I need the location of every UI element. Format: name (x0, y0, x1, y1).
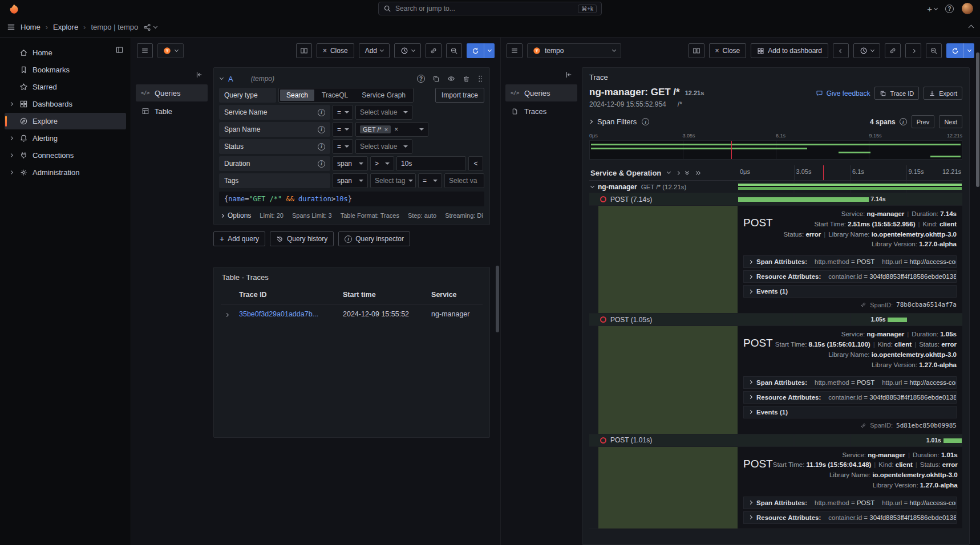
link-icon[interactable] (426, 43, 442, 58)
span-filters-toggle[interactable]: Span Filters i (589, 117, 649, 126)
share-shortlink-button[interactable] (143, 23, 157, 31)
run-options-caret[interactable] (484, 43, 495, 58)
delete-query-icon[interactable] (463, 75, 470, 83)
span-attributes-accordion[interactable]: Span Attributes: http.method = POST http… (743, 255, 957, 268)
info-icon[interactable]: i (318, 160, 325, 168)
status-op-select[interactable]: = (333, 139, 353, 154)
duration-op-select[interactable]: > (370, 156, 394, 171)
span-row[interactable]: POST (1.01s) 1.01s (589, 434, 962, 447)
collapse-span-icon[interactable] (591, 186, 594, 188)
span-bar[interactable] (738, 184, 962, 190)
resource-attributes-accordion[interactable]: Resource Attributes: container.id = 304f… (743, 270, 957, 283)
user-avatar[interactable] (962, 3, 973, 14)
col-service[interactable]: Service (427, 288, 483, 304)
info-icon[interactable]: i (900, 118, 907, 125)
info-icon[interactable]: i (318, 126, 325, 133)
run-options-caret[interactable] (963, 43, 974, 58)
split-icon[interactable] (689, 43, 704, 58)
span-bar[interactable] (738, 197, 869, 202)
clear-value-icon[interactable]: × (394, 125, 398, 133)
minimap-canvas[interactable] (589, 140, 962, 160)
collapse-outline-icon[interactable] (195, 71, 203, 79)
span-attributes-accordion[interactable]: Span Attributes: http.method = POST http… (743, 376, 957, 389)
collapse-outline-icon[interactable] (565, 71, 573, 79)
new-button[interactable]: + (927, 4, 937, 14)
span-name-chip[interactable]: GET /*× (360, 125, 391, 133)
grafana-logo[interactable] (7, 3, 18, 14)
expand-chevron-icon[interactable] (7, 171, 15, 174)
import-trace-button[interactable]: Import trace (435, 88, 484, 103)
breadcrumb-home[interactable]: Home (21, 23, 41, 31)
info-icon[interactable]: i (318, 143, 325, 151)
span-row[interactable]: POST (7.14s) 7.14s (589, 193, 962, 206)
col-start-time[interactable]: Start time (338, 288, 427, 304)
collapse-query-icon[interactable] (220, 78, 223, 79)
duration-value-input[interactable] (401, 160, 461, 168)
span-timeline[interactable]: 1.05s (738, 314, 962, 326)
expand-chevron-icon[interactable] (7, 137, 15, 140)
datasource-picker[interactable] (157, 43, 184, 58)
events-accordion[interactable]: Events (1) (743, 285, 957, 298)
query-history-button[interactable]: Query history (270, 231, 334, 246)
trace-minimap[interactable]: 0μs 3.05s 6.1s 9.15s 12.21s (589, 133, 962, 160)
span-row-root[interactable]: ng-manager GET /* (12.21s) (589, 181, 962, 193)
status-value-select[interactable]: Select value (355, 139, 412, 154)
sidebar-item-starred[interactable]: Starred (5, 79, 126, 95)
sidebar-item-dashboards[interactable]: Dashboards (5, 96, 126, 112)
duration-max-op-select[interactable]: < (468, 156, 483, 171)
add-dropdown-button[interactable]: Add (359, 43, 390, 58)
run-query-button[interactable] (946, 43, 974, 58)
trace-id-button[interactable]: Trace ID (874, 87, 919, 100)
mega-menu-toggle[interactable] (7, 23, 15, 31)
sidebar-item-alerting[interactable]: Alerting (5, 130, 126, 147)
tags-op-select[interactable]: = (418, 173, 442, 188)
zoom-out-icon[interactable] (926, 43, 942, 58)
expand-all-icon[interactable] (695, 172, 700, 174)
time-shift-forward-icon[interactable] (905, 43, 921, 58)
give-feedback-link[interactable]: Give feedback (816, 90, 870, 97)
prev-span-button[interactable]: Prev (912, 115, 935, 128)
add-query-button[interactable]: +Add query (213, 231, 265, 246)
table-row[interactable]: 35be0f3d29a01adda7b... 2024-12-09 15:55:… (221, 304, 483, 322)
span-name-op-select[interactable]: = (333, 122, 353, 137)
sidebar-item-explore[interactable]: Explore (5, 113, 126, 129)
time-shift-back-icon[interactable] (833, 43, 849, 58)
span-row[interactable]: POST (1.05s) 1.05s (589, 314, 962, 326)
col-trace-id[interactable]: Trace ID (234, 288, 338, 304)
sidebar-item-administration[interactable]: Administration (5, 164, 126, 181)
events-accordion[interactable]: Events (1) (743, 406, 957, 418)
close-split-button[interactable]: ×Close (709, 43, 747, 58)
duration-scope-select[interactable]: span (333, 156, 368, 171)
span-id-value[interactable]: 5d81ebc850b09985 (896, 422, 957, 429)
span-bar[interactable] (888, 318, 907, 322)
sidebar-item-home[interactable]: Home (5, 44, 126, 61)
export-button[interactable]: Export (924, 87, 962, 100)
remove-chip-icon[interactable]: × (384, 126, 388, 133)
datasource-picker[interactable]: tempo (527, 43, 621, 58)
info-icon[interactable]: i (642, 118, 649, 125)
outline-item-traces[interactable]: Traces (505, 103, 577, 120)
query-type-traceql[interactable]: TraceQL (315, 90, 354, 101)
options-toggle[interactable]: Options (221, 212, 251, 219)
query-help-icon[interactable]: ? (417, 75, 425, 83)
right-pane-scrollbar[interactable] (976, 52, 979, 187)
refresh-icon[interactable] (946, 43, 963, 58)
service-name-value-select[interactable]: Select value (355, 105, 412, 120)
span-timeline[interactable]: 7.14s (738, 193, 962, 205)
time-picker-button[interactable] (853, 43, 880, 58)
zoom-out-icon[interactable] (446, 43, 462, 58)
left-pane-scrollbar[interactable] (496, 266, 499, 332)
collapse-one-icon[interactable] (667, 172, 670, 173)
trace-id-link[interactable]: 35be0f3d29a01adda7b... (239, 310, 318, 318)
span-bar[interactable] (943, 438, 962, 443)
expand-one-icon[interactable] (677, 172, 679, 174)
query-inspector-button[interactable]: i Query inspector (338, 231, 410, 246)
link-icon[interactable] (885, 43, 901, 58)
tags-scope-select[interactable]: span (333, 173, 368, 188)
global-search[interactable]: ⌘+k (378, 2, 602, 15)
add-to-dashboard-button[interactable]: Add to dashboard (751, 43, 828, 58)
collapse-panel-icon[interactable] (969, 24, 973, 30)
query-type-service-graph[interactable]: Service Graph (355, 90, 412, 101)
span-timeline[interactable] (738, 181, 962, 193)
query-type-search[interactable]: Search (280, 90, 314, 101)
